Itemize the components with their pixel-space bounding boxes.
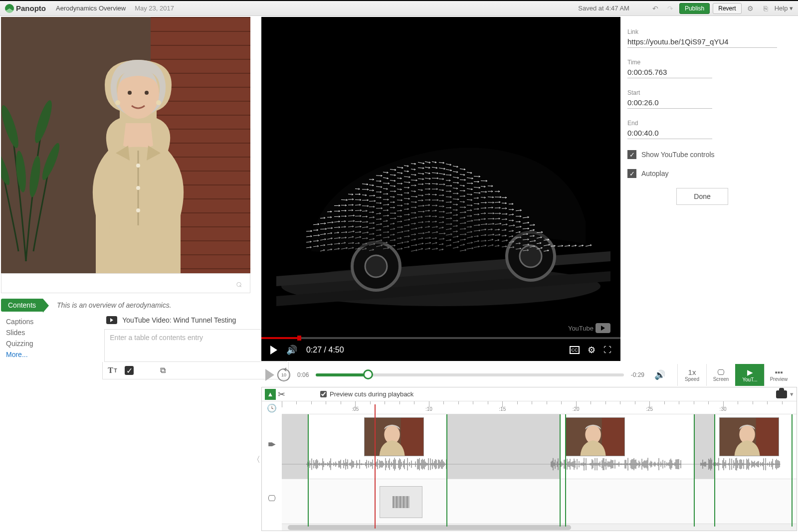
editor-scrubber[interactable] — [316, 373, 623, 376]
youtube-stream-button[interactable]: ▶YouT... — [735, 364, 764, 386]
done-button[interactable]: Done — [676, 188, 728, 205]
start-label: Start — [627, 89, 712, 96]
svg-point-9 — [115, 100, 120, 105]
tab-quizzing[interactable]: Quizzing — [1, 338, 38, 349]
svg-point-0 — [1, 104, 21, 150]
presenter-video[interactable] — [1, 17, 250, 273]
autoplay-checkbox[interactable]: ✓Autoplay — [627, 169, 777, 178]
svg-point-8 — [145, 91, 149, 95]
progress-bar[interactable] — [261, 337, 620, 339]
tab-captions[interactable]: Captions — [1, 316, 38, 327]
link-icon[interactable]: ⧉ — [158, 366, 168, 375]
secondary-video: YouTube 🔊 0:27 / 4:50 CC ⚙ ⛶ — [261, 17, 620, 361]
search-icon[interactable]: ⌕ — [236, 278, 242, 289]
link-label: Link — [627, 28, 777, 35]
svg-rect-27 — [756, 418, 779, 456]
show-controls-checkbox[interactable]: ✓Show YouTube controls — [627, 150, 777, 159]
svg-rect-24 — [601, 418, 624, 456]
search-row: ⌕ — [1, 273, 250, 293]
slide-clip-thumb[interactable] — [380, 486, 422, 518]
editor-play-button[interactable] — [265, 369, 274, 381]
camera-track-icon: ■▶ — [268, 414, 276, 474]
pointer-tool-icon[interactable]: ▲ — [265, 389, 276, 400]
video-clip-thumb[interactable] — [364, 417, 424, 456]
video-clip-thumb[interactable] — [719, 417, 779, 456]
session-title: Aerodynamics Overview — [56, 4, 126, 12]
volume-icon[interactable]: 🔊 — [286, 345, 297, 355]
cc-button[interactable]: CC — [570, 346, 580, 354]
clipboard-icon[interactable]: ✓ — [125, 366, 134, 375]
panopto-icon — [5, 4, 14, 13]
help-menu[interactable]: Help ▾ — [775, 4, 793, 12]
brand-name: Panopto — [16, 4, 46, 12]
timeline-scrollbar[interactable] — [282, 524, 797, 531]
screen-stream-button[interactable]: 🖵Screen — [706, 364, 735, 386]
youtube-insert-icon[interactable] — [141, 366, 151, 375]
toc-entry-input[interactable]: Enter a table of contents entry — [104, 329, 287, 362]
tab-contents[interactable]: Contents — [1, 299, 43, 312]
time-input[interactable]: 0:00:05.763 — [627, 68, 712, 78]
svg-point-13 — [136, 208, 140, 212]
video-controls: 🔊 0:27 / 4:50 CC ⚙ ⛶ — [261, 339, 620, 361]
tab-slides[interactable]: Slides — [1, 327, 38, 338]
snapshot-menu-icon[interactable]: ▾ — [790, 390, 794, 398]
preview-cuts-checkbox[interactable]: Preview cuts during playback — [320, 390, 413, 398]
topbar: Panopto Aerodynamics Overview May 23, 20… — [0, 1, 798, 16]
undo-icon[interactable]: ↶ — [649, 3, 661, 14]
video-clip-thumb[interactable] — [565, 417, 625, 456]
tab-more[interactable]: More... — [1, 349, 38, 360]
end-input[interactable]: 0:00:40.0 — [627, 129, 712, 139]
time-display: 0:27 / 4:50 — [306, 346, 344, 355]
svg-point-1 — [32, 99, 55, 145]
screen-track-icon: 🖵 — [268, 474, 276, 524]
svg-point-12 — [136, 186, 140, 190]
session-date: May 23, 2017 — [135, 4, 174, 12]
collapse-left-icon[interactable]: 〈 — [252, 455, 260, 465]
revert-button[interactable]: Revert — [713, 3, 741, 14]
properties-panel: Linkhttps://youtu.be/1QiS97_qYU4 Time0:0… — [627, 28, 792, 205]
editor-position: 0:06 — [297, 371, 309, 378]
save-status: Saved at 4:47 AM — [578, 4, 629, 12]
clock-icon: 🕓 — [267, 401, 277, 414]
brand-logo: Panopto — [5, 4, 46, 13]
svg-point-17 — [365, 255, 387, 277]
export-icon[interactable]: ⎘ — [760, 3, 772, 14]
toc-item-label: YouTube Video: Wind Tunnel Testing — [122, 316, 236, 324]
svg-point-5 — [27, 155, 42, 198]
cut-tool-icon[interactable]: ✂ — [278, 389, 285, 400]
play-button[interactable] — [270, 346, 277, 355]
time-label: Time — [627, 59, 712, 66]
svg-point-7 — [128, 91, 132, 95]
gear-icon[interactable]: ⚙ — [745, 3, 757, 14]
svg-point-2 — [1, 147, 12, 187]
video-track[interactable] — [282, 414, 797, 479]
settings-icon[interactable]: ⚙ — [588, 345, 596, 355]
link-input[interactable]: https://youtu.be/1QiS97_qYU4 — [627, 37, 777, 48]
youtube-icon — [106, 316, 117, 324]
redo-icon[interactable]: ↷ — [664, 3, 676, 14]
editor-volume-icon[interactable]: 🔊 — [654, 369, 665, 380]
text-tool-icon[interactable]: TT — [108, 366, 118, 375]
svg-rect-21 — [401, 418, 423, 456]
preview-layout-button[interactable]: ▪▪▪Preview — [764, 364, 793, 386]
timeline: ▲ ✂ Preview cuts during playback ▾ 🕓 ■▶ … — [261, 387, 797, 531]
editor-remaining: -0:29 — [631, 371, 644, 378]
start-input[interactable]: 0:00:26.0 — [627, 98, 712, 109]
timeline-ruler[interactable]: :05:10:15:20:25:30 — [282, 401, 797, 414]
svg-point-3 — [39, 142, 61, 182]
publish-button[interactable]: Publish — [679, 3, 710, 14]
contents-description: This is an overview of aerodynamics. — [57, 301, 172, 309]
playhead[interactable] — [375, 404, 376, 529]
svg-point-10 — [156, 100, 161, 105]
rewind-10-button[interactable]: 10 — [277, 368, 290, 381]
snapshot-icon[interactable] — [776, 390, 787, 398]
end-label: End — [627, 120, 712, 127]
screen-track[interactable] — [282, 479, 797, 527]
fullscreen-icon[interactable]: ⛶ — [603, 346, 611, 355]
speed-button[interactable]: 1xSpeed — [677, 364, 706, 386]
editor-playbar: 10 0:06 -0:29 🔊 1xSpeed 🖵Screen ▶YouT...… — [261, 365, 797, 385]
youtube-watermark: YouTube — [568, 323, 610, 333]
svg-point-11 — [136, 164, 140, 168]
